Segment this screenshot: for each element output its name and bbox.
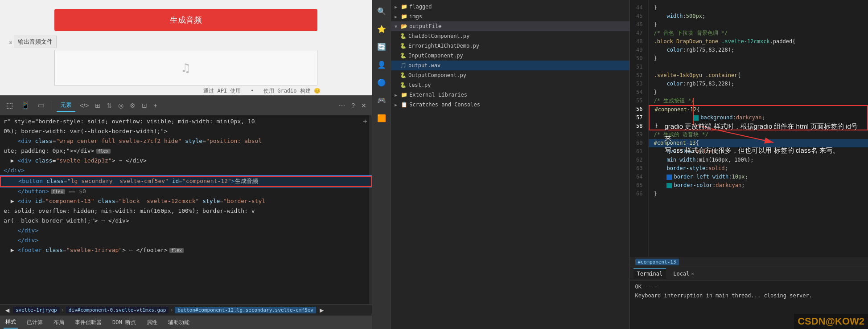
- forward-btn[interactable]: ▶: [318, 306, 325, 314]
- terminal-tab-label: Terminal: [637, 271, 663, 277]
- term-line-2: Keyboard interruption in main thread... …: [635, 291, 863, 300]
- terminal-tabs: Terminal Local ✕: [630, 267, 868, 280]
- devtools-code-btn[interactable]: </>: [78, 100, 91, 111]
- tab-event-listeners[interactable]: 事件侦听器: [73, 317, 103, 328]
- left-panel: 生成音频 ☑ 输出音频文件 ♫ 通过 API 使用 • 使用 Gradio 构建…: [0, 0, 372, 329]
- path-component12[interactable]: button#component-12.lg.secondary.svelte-…: [175, 307, 316, 313]
- devtools-help-btn[interactable]: ?: [350, 100, 357, 111]
- ecode-55: /* 生成按钮 */: [649, 97, 868, 105]
- ln-53: 53: [630, 80, 645, 88]
- tab-elements[interactable]: 元素: [57, 99, 75, 112]
- tree-item-outputcomp[interactable]: 🐍 OutputComponent.py: [391, 70, 629, 80]
- code-line-button[interactable]: <button class="lg secondary svelte-cmf5e…: [0, 176, 372, 187]
- tree-arrow-imgs: ▶: [395, 14, 399, 19]
- sidebar-debug-btn[interactable]: 👤: [374, 57, 389, 72]
- devtools-bottom-tabs: 样式 已计算 布局 事件侦听器 DOM 断点 属性 辅助功能: [0, 316, 372, 329]
- browser-preview: 生成音频 ☑ 输出音频文件 ♫ 通过 API 使用 • 使用 Gradio 构建…: [0, 0, 372, 96]
- ecode-54: }: [649, 88, 868, 97]
- devtools-device-btn[interactable]: 📱: [18, 99, 33, 111]
- ecode-63: border-style: solid;: [649, 164, 868, 173]
- tree-item-imgs[interactable]: ▶ 📁 imgs: [391, 12, 629, 21]
- path-component0[interactable]: div#component-0.svelte-vt1mxs.gap: [66, 307, 169, 313]
- watermark: CSDN@KOW2: [794, 314, 868, 329]
- tree-label-scratches: Scratches and Consoles: [409, 102, 480, 108]
- file-icon-wav: 🎵: [400, 62, 407, 69]
- ln-66: 66: [630, 190, 645, 198]
- local-tab-close[interactable]: ✕: [691, 271, 694, 276]
- tab-layout[interactable]: 布局: [52, 317, 66, 328]
- devtools-settings-btn[interactable]: ⚙: [128, 100, 137, 111]
- devtools-dots-btn[interactable]: ⋯: [337, 100, 347, 111]
- devtools-animation-btn[interactable]: ◎: [116, 100, 125, 111]
- folder-icon-external: 📁: [401, 92, 407, 98]
- sidebar-git-btn[interactable]: 🔄: [374, 39, 389, 54]
- tree-item-chatbot[interactable]: 🐍 ChatBotComponent.py: [391, 31, 629, 41]
- tree-item-scratches[interactable]: ▶ 📋 Scratches and Consoles: [391, 100, 629, 110]
- tree-item-input[interactable]: 🐍 InputComponent.py: [391, 51, 629, 61]
- ecode-50: }: [649, 54, 868, 63]
- tree-arrow-flagged: ▶: [395, 4, 399, 9]
- code-line-close1: </div>: [0, 226, 372, 236]
- code-line-1: r" style="border-style: solid; overflow:…: [0, 117, 372, 127]
- code-line-div13-2: e: solid; overflow: hidden; min-width: m…: [0, 207, 372, 216]
- tree-label-test: test.py: [408, 82, 431, 88]
- tree-item-external[interactable]: ▶ 📁 External Libraries: [391, 90, 629, 100]
- ecode-52: .svelte-1sk0pyu .container{: [649, 71, 868, 80]
- ln-56: 56: [630, 105, 645, 114]
- sidebar-search-btn[interactable]: ⭐: [374, 21, 389, 37]
- ln-50: 50: [630, 54, 645, 63]
- ln-57: 57: [630, 114, 645, 122]
- code-line-div13-3: ar(--block-border-width);"> ⋯ </div>: [0, 216, 372, 226]
- add-element-btn[interactable]: +: [363, 117, 367, 126]
- tab-computed[interactable]: 已计算: [25, 317, 45, 328]
- tree-item-test[interactable]: 🐍 test.py: [391, 80, 629, 90]
- ln-61: 61: [630, 147, 645, 156]
- ln-58: 58: [630, 122, 645, 130]
- ecode-53: color:rgb(75,83,228);: [649, 80, 868, 88]
- tree-item-flagged[interactable]: ▶ 📁 flagged: [391, 2, 629, 12]
- term-line-1: OK-----: [635, 282, 863, 291]
- tree-label-erroright: ErrorightAIChatDemo.py: [408, 43, 479, 49]
- tree-item-erroright[interactable]: 🐍 ErrorightAIChatDemo.py: [391, 41, 629, 51]
- folder-icon-outputfile: 📂: [401, 23, 407, 29]
- component13-bar: #component-13: [630, 257, 868, 267]
- code-area: r" style="border-style: solid; overflow:…: [0, 115, 372, 304]
- sidebar-explorer-btn[interactable]: 🔍: [374, 4, 389, 19]
- devtools-snippet-btn[interactable]: ⊞: [93, 100, 102, 111]
- tab-style[interactable]: 样式: [4, 317, 18, 329]
- tab-accessibility[interactable]: 辅助功能: [166, 317, 191, 328]
- ecode-48: .block DrapDown_tone .svelte-12cmxck.pad…: [649, 37, 868, 46]
- generate-button[interactable]: 生成音频: [54, 9, 317, 31]
- devtools-add-btn[interactable]: +: [152, 100, 159, 111]
- devtools-mode-btn[interactable]: ▭: [35, 99, 47, 111]
- code-line-2: 0%); border-width: var(--block-border-wi…: [0, 127, 372, 137]
- tree-label-chatbot: ChatBotComponent.py: [408, 33, 469, 39]
- output-file-label: 输出音频文件: [14, 36, 57, 48]
- back-btn[interactable]: ◀: [4, 306, 11, 314]
- tree-item-outputwav[interactable]: 🎵 output.wav: [391, 61, 629, 70]
- local-tab[interactable]: Local ✕: [670, 269, 697, 279]
- tab-properties[interactable]: 属性: [145, 317, 159, 328]
- component13-label: #component-13: [635, 259, 679, 265]
- tree-arrow-outputfile: ▼: [395, 24, 399, 29]
- ecode-46: }: [649, 20, 868, 29]
- sidebar-run-btn[interactable]: 🎮: [374, 93, 389, 108]
- ln-55: 55: [630, 97, 645, 105]
- devtools-inspect-btn[interactable]: ⬚: [4, 99, 16, 111]
- tab-dom-breakpoints[interactable]: DOM 断点: [111, 317, 138, 328]
- sidebar-plugins-btn[interactable]: 🟧: [374, 110, 389, 126]
- terminal-tab[interactable]: Terminal: [634, 268, 666, 279]
- path-svelte[interactable]: svelte-1rjryqp: [13, 307, 60, 313]
- devtools-network-btn[interactable]: ⇅: [105, 100, 114, 111]
- audio-area: ♫: [54, 50, 317, 85]
- devtools-screen-btn[interactable]: ⊡: [140, 100, 149, 111]
- sidebar-extensions-btn[interactable]: 🔵: [374, 75, 389, 90]
- code-line-close2: </div>: [0, 236, 372, 246]
- ecode-65: border-color: darkcyan;: [649, 181, 868, 190]
- file-icon-erroright: 🐍: [400, 43, 407, 49]
- ln-54: 54: [630, 88, 645, 97]
- code-line-6: </div>: [0, 166, 372, 176]
- tree-item-outputfile[interactable]: ▼ 📂 outputFile: [391, 21, 629, 31]
- devtools-close-btn[interactable]: ✕: [359, 100, 368, 111]
- code-line-3: <div class="wrap center full svelte-z7cf…: [0, 137, 372, 146]
